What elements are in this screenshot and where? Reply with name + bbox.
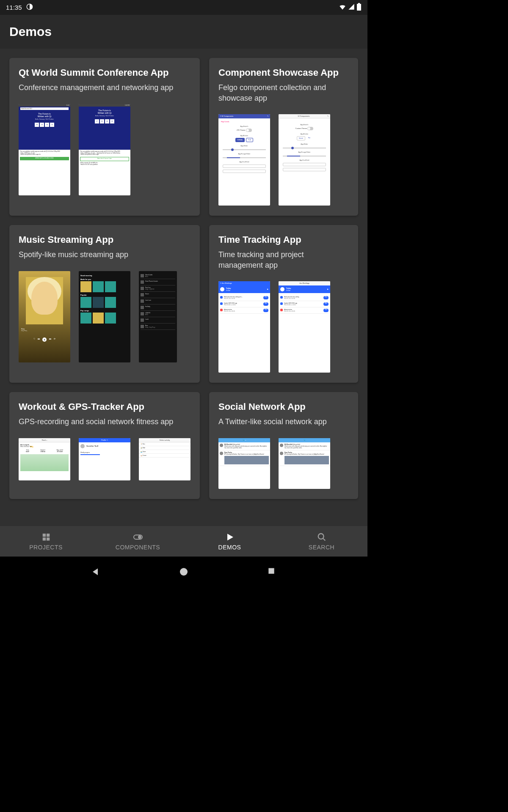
card-title: Component Showcase App bbox=[218, 67, 349, 78]
thumbnail: Roar Katy Perry ♡⏮⏸⏭⟳ bbox=[19, 271, 70, 362]
status-time: 11:35 bbox=[6, 4, 22, 11]
card-thumbnails: Roar Katy Perry ♡⏮⏸⏭⟳ Good morning Made … bbox=[19, 271, 190, 362]
card-thumbnails: ≡ UI Components✎ Felgo Controls AppSwitc… bbox=[218, 114, 349, 206]
demo-card-social-network[interactable]: Social Network App A Twitter-like social… bbox=[209, 392, 358, 499]
thumbnail: Good morning Made for you Popular Pop so… bbox=[79, 271, 130, 362]
svg-rect-6 bbox=[46, 538, 49, 540]
nav-demos[interactable]: DEMOS bbox=[184, 526, 276, 557]
card-thumbnails: ≡ Jira Worklogs Today2h 25m▶ Hold awesom… bbox=[218, 281, 349, 373]
svg-point-11 bbox=[180, 568, 188, 576]
content-area: Qt World Summit Conference App Conferenc… bbox=[0, 49, 367, 527]
page-title: Demos bbox=[9, 25, 52, 39]
svg-rect-4 bbox=[46, 534, 49, 537]
status-app-icon bbox=[26, 3, 33, 11]
nav-label: PROJECTS bbox=[29, 544, 63, 551]
nav-search[interactable]: SEARCH bbox=[276, 526, 367, 557]
battery-icon bbox=[356, 3, 362, 12]
app-bar: Demos bbox=[0, 15, 367, 49]
card-thumbnails: 15:45 World Summit 2017 The Future isWri… bbox=[19, 104, 190, 195]
card-desc: Felgo component collection and showcase … bbox=[218, 82, 349, 103]
thumbnail: Select activity 🏃 Run 🚴 Ride 🏊 Swim 🛶 Ca… bbox=[139, 438, 190, 480]
card-desc: Time tracking and project management app bbox=[218, 250, 349, 270]
thumbnail: Silent CrafterArtist Smart Passive Incom… bbox=[139, 271, 177, 362]
card-desc: A Twitter-like social network app bbox=[218, 417, 349, 427]
bottom-nav: PROJECTS COMPONENTS DEMOS SEARCH bbox=[0, 526, 367, 557]
svg-rect-2 bbox=[358, 3, 360, 4]
card-desc: Spotify-like music streaming app bbox=[19, 250, 190, 260]
card-thumbnails: 🐦 + Bill Morefield @bmorefieldWeird snow… bbox=[218, 438, 349, 489]
system-nav bbox=[0, 557, 367, 587]
demo-card-component-showcase[interactable]: Component Showcase App Felgo component c… bbox=[209, 58, 358, 216]
back-button[interactable] bbox=[90, 567, 100, 577]
svg-rect-1 bbox=[357, 4, 361, 11]
search-icon bbox=[317, 532, 327, 542]
card-desc: GPS-recording and social network fitness… bbox=[19, 417, 190, 427]
svg-point-8 bbox=[138, 535, 141, 539]
thumbnail: ≡ UI Components✎ Felgo Controls AppSwitc… bbox=[218, 114, 270, 206]
card-title: Qt World Summit Conference App bbox=[19, 67, 190, 78]
recents-button[interactable] bbox=[267, 567, 277, 577]
svg-rect-5 bbox=[42, 538, 45, 540]
nav-label: DEMOS bbox=[218, 544, 241, 551]
thumbnail: 🐦 Bill Morefield @bmorefieldWeird snow s… bbox=[279, 438, 330, 489]
card-desc: Conference management and networking app bbox=[19, 82, 190, 93]
card-title: Social Network App bbox=[218, 401, 349, 412]
status-bar: 11:35 bbox=[0, 0, 367, 15]
grid-icon bbox=[41, 532, 51, 542]
nav-label: SEARCH bbox=[309, 544, 334, 551]
thumbnail: 🐦 + Bill Morefield @bmorefieldWeird snow… bbox=[218, 438, 270, 489]
card-title: Music Streaming App bbox=[19, 234, 190, 245]
svg-point-9 bbox=[318, 534, 323, 539]
card-title: Time Tracking App bbox=[218, 234, 349, 245]
signal-icon bbox=[348, 3, 355, 11]
svg-rect-3 bbox=[42, 534, 45, 537]
toggle-icon bbox=[133, 532, 143, 542]
svg-line-10 bbox=[323, 538, 325, 541]
card-title: Workout & GPS-Tracker App bbox=[19, 401, 190, 412]
thumbnail: UI Components✎ AppSwitch Custom Theme Ap… bbox=[279, 114, 330, 206]
demo-card-time-tracking[interactable]: Time Tracking App Time tracking and proj… bbox=[209, 225, 358, 383]
nav-projects[interactable]: PROJECTS bbox=[0, 526, 92, 557]
card-thumbnails: Feed + Alex Leutgoeb Who's the boss? 😎💪 … bbox=[19, 438, 190, 480]
thumbnail: 5:56 PM The Future isWritten with Qt Ber… bbox=[79, 104, 130, 195]
demo-card-music-streaming[interactable]: Music Streaming App Spotify-like music s… bbox=[9, 225, 200, 383]
thumbnail: ≡ Jira Worklogs Today2h 25m▶ Hold awesom… bbox=[218, 281, 270, 373]
nav-components[interactable]: COMPONENTS bbox=[92, 526, 184, 557]
nav-label: COMPONENTS bbox=[116, 544, 160, 551]
thumbnail: Profile ✎ Guenther Teufl Weekly progress bbox=[79, 438, 130, 480]
thumbnail: 15:45 World Summit 2017 The Future isWri… bbox=[19, 104, 70, 195]
demo-card-qt-world-summit[interactable]: Qt World Summit Conference App Conferenc… bbox=[9, 58, 200, 216]
demo-card-workout-gps[interactable]: Workout & GPS-Tracker App GPS-recording … bbox=[9, 392, 200, 499]
wifi-icon bbox=[339, 3, 346, 12]
thumbnail: Feed + Alex Leutgoeb Who's the boss? 😎💪 … bbox=[19, 438, 70, 480]
svg-rect-12 bbox=[269, 568, 274, 573]
home-button[interactable] bbox=[179, 567, 189, 577]
play-icon bbox=[225, 532, 235, 542]
thumbnail: Jira Worklogs Today2h 25m▶ Hold awesome … bbox=[279, 281, 330, 373]
